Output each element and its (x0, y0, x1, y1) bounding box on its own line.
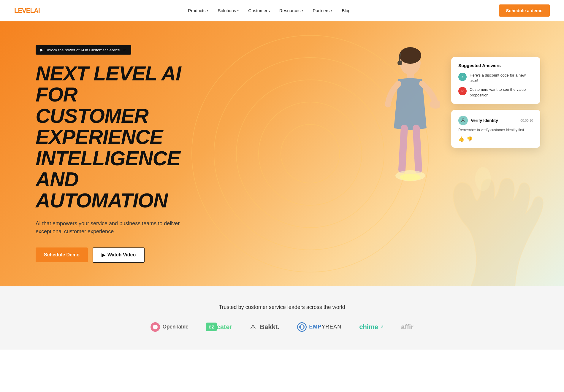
nav-solutions[interactable]: Solutions ▾ (218, 8, 239, 13)
bakkt-text: Bakkt. (260, 323, 279, 331)
affirm-text: affir (401, 323, 414, 331)
hero-section: ▶ Unlock the power of AI in Customer Ser… (0, 21, 564, 286)
logo-text: LEVEL (14, 7, 34, 14)
chevron-down-icon: ▾ (331, 9, 332, 12)
nav-menu: Products ▾ Solutions ▾ Customers Resourc… (188, 8, 351, 13)
card-item-1: Z Here's a discount code for a new user! (458, 73, 533, 83)
play-icon: ▶ (102, 252, 105, 258)
thumbs-down-icon[interactable]: 👎 (467, 136, 473, 142)
svg-point-6 (400, 174, 421, 181)
thumbs-up-icon[interactable]: 👍 (458, 136, 464, 142)
logo-accent: AI (34, 7, 40, 14)
hero-illustration-person (381, 45, 440, 188)
card2-actions: 👍 👎 (458, 136, 533, 142)
hero-cta-buttons: Schedule Demo ▶ Watch Video (36, 247, 190, 263)
nav-customers[interactable]: Customers (248, 8, 270, 13)
nav-partners[interactable]: Partners ▾ (313, 8, 332, 13)
watch-video-button[interactable]: ▶ Watch Video (93, 247, 145, 263)
avatar-p: P (458, 87, 467, 95)
ezcater-text: cater (217, 323, 232, 331)
hero-badge[interactable]: ▶ Unlock the power of AI in Customer Ser… (36, 45, 131, 55)
affirm-logo: affir (401, 323, 414, 331)
card2-time: 00:00:10 (520, 119, 533, 122)
card2-title: Verify Identity (471, 118, 498, 123)
nav-blog[interactable]: Blog (342, 8, 351, 13)
svg-point-2 (401, 47, 419, 61)
chevron-down-icon: ▾ (302, 9, 303, 12)
chime-trademark: ® (381, 325, 383, 328)
empyrean-text: EMPYREAN (309, 324, 341, 330)
card-item-2-text: Customers want to see the value proposit… (470, 87, 533, 98)
hero-subtitle: AI that empowers your service and busine… (36, 220, 190, 236)
verify-icon (458, 116, 468, 125)
opentable-logo: OpenTable (150, 322, 188, 332)
opentable-text: OpenTable (162, 324, 188, 330)
schedule-demo-hero-button[interactable]: Schedule Demo (36, 247, 88, 262)
hero-title: NEXT LEVEL AI FOR CUSTOMER EXPERIENCE IN… (36, 63, 190, 211)
empyrean-logo: EMPYREAN (297, 322, 341, 332)
logos-row: OpenTable ez cater ᗑ Bakkt. EMPYREAN (150, 322, 413, 332)
chevron-down-icon: ▾ (207, 9, 208, 12)
logos-section: Trusted by customer service leaders acro… (0, 286, 564, 350)
ezcater-ez-badge: ez (206, 323, 216, 331)
ezcater-logo: ez cater (206, 323, 232, 331)
video-icon: ▶ (40, 48, 43, 52)
bakkt-icon: ᗑ (250, 323, 256, 331)
opentable-icon (150, 322, 160, 332)
chevron-down-icon: ▾ (237, 9, 239, 12)
empyrean-icon (297, 322, 307, 332)
nav-products[interactable]: Products ▾ (188, 8, 208, 13)
svg-point-4 (430, 100, 440, 109)
chime-logo: chime ® (359, 323, 383, 331)
card1-title: Suggested Answers (458, 63, 533, 68)
svg-point-7 (397, 61, 402, 65)
card-item-1-text: Here's a discount code for a new user! (470, 73, 533, 83)
avatar-z: Z (458, 73, 467, 81)
suggested-answers-card: Suggested Answers Z Here's a discount co… (451, 57, 540, 104)
hero-content: ▶ Unlock the power of AI in Customer Ser… (0, 21, 214, 286)
chime-text: chime (359, 323, 378, 331)
hero-cards: Suggested Answers Z Here's a discount co… (451, 57, 540, 148)
svg-point-9 (462, 119, 464, 120)
hero-illustration-hand (338, 127, 564, 286)
nav-resources[interactable]: Resources ▾ (279, 8, 303, 13)
schedule-demo-button[interactable]: Schedule a demo (499, 4, 550, 17)
logos-title: Trusted by customer service leaders acro… (219, 304, 345, 310)
svg-point-8 (475, 167, 491, 191)
bakkt-logo: ᗑ Bakkt. (250, 323, 279, 331)
card2-desc: Remember to verify customer identity fir… (458, 128, 533, 133)
card-item-2: P Customers want to see the value propos… (458, 87, 533, 98)
card2-title-wrap: Verify Identity (458, 116, 498, 125)
navbar: LEVELAI Products ▾ Solutions ▾ Customers… (0, 0, 564, 21)
verify-identity-card: Verify Identity 00:00:10 Remember to ver… (451, 110, 540, 148)
site-logo[interactable]: LEVELAI (14, 7, 40, 15)
